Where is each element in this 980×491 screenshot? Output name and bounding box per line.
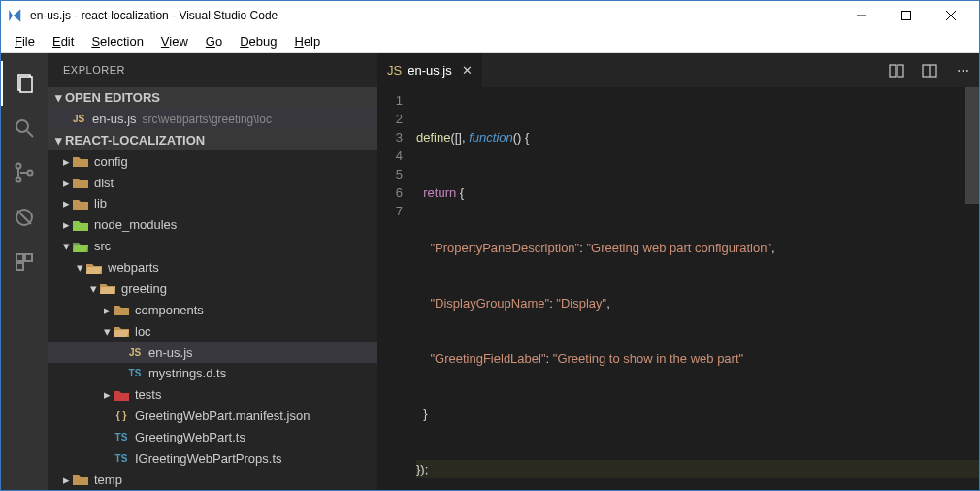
code-lines[interactable]: define([], function() { return { "Proper… — [416, 87, 979, 490]
tree-item-temp[interactable]: ▸ temp — [48, 469, 377, 490]
window-title: en-us.js - react-localization - Visual S… — [30, 9, 839, 22]
open-editors-header[interactable]: ▾ OPEN EDITORS — [48, 87, 377, 109]
tree-item-tests[interactable]: ▸ tests — [48, 384, 377, 406]
code-line: "PropertyPaneDescription": "Greeting web… — [416, 239, 979, 257]
line-number: 4 — [377, 147, 403, 165]
menu-edit[interactable]: Edit — [45, 32, 82, 50]
ts-file-icon: TS — [127, 366, 143, 381]
search-icon[interactable] — [1, 106, 48, 150]
tree-item-igwp[interactable]: TS IGreetingWebPartProps.ts — [48, 447, 377, 469]
project-label: REACT-LOCALIZATION — [65, 133, 205, 147]
extensions-icon[interactable] — [1, 240, 48, 284]
folder-icon — [73, 175, 88, 190]
tree-label: dist — [94, 176, 114, 190]
tree-label: loc — [135, 324, 151, 339]
tree-item-node-modules[interactable]: ▸ node_modules — [48, 214, 377, 236]
tree-label: src — [94, 239, 111, 253]
scroll-thumb[interactable] — [965, 87, 979, 204]
svg-rect-15 — [16, 263, 23, 270]
tree-item-manifest[interactable]: { } GreetingWebPart.manifest.json — [48, 406, 377, 427]
line-number: 1 — [377, 91, 403, 110]
js-file-icon: JS — [71, 112, 86, 127]
svg-point-9 — [16, 178, 21, 182]
project-header[interactable]: ▾ REACT-LOCALIZATION — [48, 129, 377, 150]
menu-bar: File Edit Selection View Go Debug Help — [1, 30, 979, 53]
tree-label: config — [94, 154, 128, 169]
tree-label: webparts — [108, 260, 159, 275]
chevron-down-icon: ▾ — [86, 281, 100, 296]
tree-item-gwp[interactable]: TS GreetingWebPart.ts — [48, 427, 377, 448]
tree-item-webparts[interactable]: ▾ webparts — [48, 257, 377, 278]
code-line: } — [416, 405, 979, 423]
svg-line-7 — [27, 131, 33, 137]
compare-icon[interactable] — [880, 53, 913, 87]
tree-label: tests — [135, 387, 161, 402]
minimize-button[interactable] — [839, 1, 884, 30]
line-number: 2 — [377, 110, 403, 128]
ts-file-icon: TS — [114, 429, 129, 444]
folder-icon — [73, 472, 88, 487]
tree-item-mystrings[interactable]: TS mystrings.d.ts — [48, 363, 377, 384]
open-editors-label: OPEN EDITORS — [65, 90, 160, 105]
maximize-button[interactable] — [884, 1, 929, 30]
svg-point-6 — [16, 120, 28, 132]
folder-icon — [114, 302, 129, 317]
js-file-icon: JS — [127, 344, 143, 360]
svg-rect-16 — [890, 65, 896, 77]
tree-item-components[interactable]: ▸ components — [48, 299, 377, 320]
chevron-right-icon: ▸ — [59, 176, 73, 190]
json-file-icon: { } — [114, 409, 129, 424]
svg-rect-1 — [902, 12, 911, 20]
tree-label: en-us.js — [148, 345, 193, 360]
tab-label: en-us.js — [408, 63, 452, 78]
menu-view[interactable]: View — [153, 32, 196, 50]
menu-help[interactable]: Help — [286, 32, 328, 50]
svg-rect-17 — [898, 65, 903, 77]
open-editor-item[interactable]: JS en-us.js src\webparts\greeting\loc — [48, 109, 377, 130]
tree-item-config[interactable]: ▸ config — [48, 150, 377, 172]
svg-rect-14 — [25, 254, 32, 261]
line-number: 6 — [377, 183, 403, 202]
folder-open-icon — [114, 323, 129, 339]
tab-bar: JS en-us.js ✕ ⋯ — [377, 53, 979, 87]
vertical-scrollbar[interactable] — [965, 87, 979, 490]
tree-item-enus[interactable]: JS en-us.js — [48, 342, 377, 363]
tree-label: IGreetingWebPartProps.ts — [135, 451, 282, 466]
open-editor-name: en-us.js — [92, 112, 137, 126]
svg-rect-13 — [16, 254, 23, 261]
explorer-icon[interactable] — [1, 61, 48, 106]
tree-label: mystrings.d.ts — [148, 366, 226, 380]
svg-point-8 — [16, 164, 21, 169]
tree-label: GreetingWebPart.manifest.json — [135, 409, 310, 423]
close-button[interactable] — [929, 1, 973, 30]
menu-file[interactable]: File — [7, 32, 43, 50]
menu-selection[interactable]: Selection — [83, 32, 150, 50]
activity-bar — [1, 53, 48, 490]
tree-item-dist[interactable]: ▸ dist — [48, 172, 377, 193]
menu-go[interactable]: Go — [198, 32, 230, 50]
editor-area: JS en-us.js ✕ ⋯ 1 2 3 4 5 6 7 define([],… — [377, 53, 979, 490]
menu-debug[interactable]: Debug — [232, 32, 284, 50]
title-bar: en-us.js - react-localization - Visual S… — [1, 1, 979, 30]
code-line: }); — [416, 460, 979, 478]
chevron-down-icon: ▾ — [51, 133, 65, 147]
chevron-right-icon: ▸ — [100, 387, 114, 402]
debug-icon[interactable] — [1, 195, 48, 240]
tree-label: lib — [94, 196, 107, 211]
close-icon[interactable]: ✕ — [462, 63, 473, 78]
tree-item-src[interactable]: ▾ src — [48, 236, 377, 257]
code-editor[interactable]: 1 2 3 4 5 6 7 define([], function() { re… — [377, 87, 979, 490]
tree-item-greeting[interactable]: ▾ greeting — [48, 278, 377, 300]
split-editor-icon[interactable] — [913, 53, 946, 87]
line-number: 7 — [377, 202, 403, 220]
more-icon[interactable]: ⋯ — [946, 53, 979, 87]
chevron-down-icon: ▾ — [73, 260, 86, 275]
source-control-icon[interactable] — [1, 150, 48, 195]
node-modules-icon — [73, 217, 88, 233]
tab-enus[interactable]: JS en-us.js ✕ — [377, 53, 483, 87]
svg-point-10 — [28, 171, 33, 176]
code-line: "DisplayGroupName": "Display", — [416, 294, 979, 312]
chevron-right-icon: ▸ — [59, 473, 73, 487]
tree-item-loc[interactable]: ▾ loc — [48, 320, 377, 342]
tree-item-lib[interactable]: ▸ lib — [48, 193, 377, 214]
